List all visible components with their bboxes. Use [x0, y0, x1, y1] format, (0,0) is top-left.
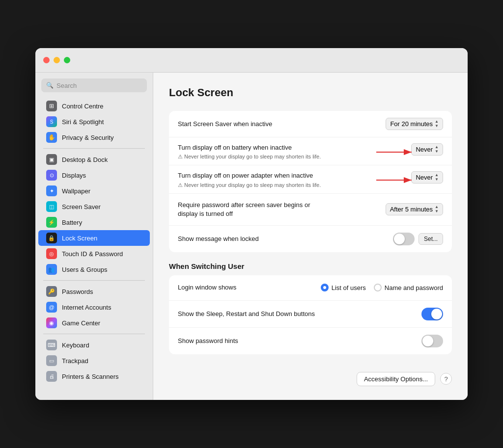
- sleep-control: [421, 308, 443, 320]
- sidebar-label-siri: Siri & Spotlight: [62, 118, 104, 126]
- sidebar-item-printers[interactable]: 🖨 Printers & Scanners: [38, 369, 150, 384]
- stepper-arrows-power: ▲▼: [435, 173, 439, 182]
- show-message-toggle[interactable]: [393, 233, 415, 245]
- sidebar-group-1: ⊞ Control Centre S Siri & Spotlight ✋ Pr…: [35, 98, 153, 145]
- search-icon: 🔍: [46, 82, 54, 89]
- password-label-line2: display is turned off: [178, 210, 386, 218]
- battery-red-arrow: [376, 146, 416, 158]
- content-area: 🔍 Search ⊞ Control Centre S Siri & Spotl…: [35, 73, 468, 400]
- maximize-button[interactable]: [64, 57, 70, 63]
- wallpaper-icon: ✦: [46, 185, 57, 196]
- minimize-button[interactable]: [54, 57, 60, 63]
- battery-control: Never ▲▼: [411, 143, 443, 156]
- password-row: Require password after screen saver begi…: [169, 194, 452, 226]
- passwords-icon: 🔑: [46, 286, 57, 297]
- radio-btn-name[interactable]: [374, 284, 382, 291]
- privacy-icon: ✋: [46, 132, 57, 143]
- battery-display-row: Turn display off on battery when inactiv…: [169, 137, 452, 165]
- accessibility-options-button[interactable]: Accessibility Options...: [357, 372, 435, 386]
- sidebar-item-desktop-dock[interactable]: ▣ Desktop & Dock: [38, 152, 150, 167]
- sidebar-item-control-centre[interactable]: ⊞ Control Centre: [38, 98, 150, 114]
- sidebar-item-screen-saver[interactable]: ◫ Screen Saver: [38, 199, 150, 214]
- sidebar-item-internet-accounts[interactable]: @ Internet Accounts: [38, 299, 150, 315]
- sidebar-label-screen-saver: Screen Saver: [62, 203, 101, 211]
- close-button[interactable]: [43, 57, 50, 63]
- sidebar-item-users-groups[interactable]: 👥 Users & Groups: [38, 262, 150, 277]
- printers-icon: 🖨: [46, 371, 57, 382]
- sidebar-label-desktop: Desktop & Dock: [62, 156, 108, 163]
- password-label-group: Require password after screen saver begi…: [178, 201, 386, 218]
- keyboard-icon: ⌨: [46, 340, 57, 350]
- sidebar-item-game-center[interactable]: ◉ Game Center: [38, 315, 150, 331]
- power-red-arrow: [376, 174, 416, 186]
- password-stepper[interactable]: After 5 minutes ▲▼: [386, 203, 443, 215]
- stepper-arrows-password: ▲▼: [435, 205, 439, 213]
- sidebar-item-displays[interactable]: ⊙ Displays: [38, 167, 150, 183]
- password-hints-toggle[interactable]: [421, 335, 443, 347]
- control-centre-icon: ⊞: [46, 101, 57, 111]
- radio-list-of-users[interactable]: List of users: [321, 284, 366, 291]
- sidebar-group-4: ⌨ Keyboard ▭ Trackpad 🖨 Printers & Scann…: [35, 337, 153, 384]
- sidebar-label-wallpaper: Wallpaper: [62, 187, 90, 195]
- sidebar-item-privacy-security[interactable]: ✋ Privacy & Security: [38, 130, 150, 145]
- set-button[interactable]: Set...: [419, 233, 443, 245]
- power-control: Never ▲▼: [411, 171, 443, 184]
- sidebar-label-game-center: Game Center: [62, 319, 100, 327]
- sidebar-item-siri-spotlight[interactable]: S Siri & Spotlight: [38, 114, 150, 130]
- internet-accounts-icon: @: [46, 302, 57, 313]
- sidebar-item-passwords[interactable]: 🔑 Passwords: [38, 284, 150, 299]
- show-message-row: Show message when locked Set...: [169, 226, 452, 252]
- sidebar-label-privacy: Privacy & Security: [62, 134, 113, 141]
- sidebar-label-keyboard: Keyboard: [62, 342, 89, 349]
- radio-btn-list[interactable]: [321, 284, 329, 291]
- main-panel: Lock Screen Start Screen Saver when inac…: [153, 73, 468, 400]
- password-value: After 5 minutes: [390, 206, 433, 213]
- sidebar-label-internet: Internet Accounts: [62, 304, 111, 311]
- search-bar[interactable]: 🔍 Search: [41, 79, 147, 92]
- login-window-row: Login window shows List of users Name an…: [169, 275, 452, 301]
- radio-name-password[interactable]: Name and password: [374, 284, 443, 291]
- sleep-toggle[interactable]: [421, 308, 443, 320]
- sidebar-item-trackpad[interactable]: ▭ Trackpad: [38, 353, 150, 369]
- sidebar-label-battery: Battery: [62, 219, 82, 226]
- sidebar-label-control-centre: Control Centre: [62, 103, 104, 110]
- battery-stepper[interactable]: Never ▲▼: [411, 143, 443, 156]
- sidebar-item-keyboard[interactable]: ⌨ Keyboard: [38, 337, 150, 353]
- sidebar-item-wallpaper[interactable]: ✦ Wallpaper: [38, 183, 150, 199]
- sidebar-item-battery[interactable]: ⚡ Battery: [38, 214, 150, 230]
- screen-saver-label: Start Screen Saver when inactive: [178, 120, 386, 129]
- sidebar-group-3: 🔑 Passwords @ Internet Accounts ◉ Game C…: [35, 284, 153, 331]
- users-groups-icon: 👥: [46, 264, 57, 275]
- divider-1: [43, 148, 145, 149]
- desktop-icon: ▣: [46, 154, 57, 165]
- password-hints-row: Show password hints: [169, 328, 452, 354]
- sidebar-label-trackpad: Trackpad: [62, 357, 88, 365]
- divider-3: [43, 334, 145, 334]
- trackpad-icon: ▭: [46, 355, 57, 366]
- radio-label-list: List of users: [332, 284, 366, 291]
- help-button[interactable]: ?: [440, 373, 452, 385]
- search-placeholder: Search: [56, 82, 77, 89]
- sidebar-item-touch-id[interactable]: ◎ Touch ID & Password: [38, 246, 150, 262]
- titlebar: [35, 48, 468, 73]
- sidebar-label-lock-screen: Lock Screen: [62, 235, 97, 242]
- sidebar-label-touch-id: Touch ID & Password: [62, 250, 123, 258]
- lock-screen-icon: 🔒: [46, 233, 57, 243]
- sidebar: 🔍 Search ⊞ Control Centre S Siri & Spotl…: [35, 73, 153, 400]
- power-stepper[interactable]: Never ▲▼: [411, 171, 443, 184]
- password-control: After 5 minutes ▲▼: [386, 203, 443, 215]
- siri-icon: S: [46, 116, 57, 127]
- battery-icon: ⚡: [46, 217, 57, 228]
- when-switching-heading: When Switching User: [169, 262, 452, 270]
- sleep-label: Show the Sleep, Restart and Shut Down bu…: [178, 310, 421, 318]
- page-title: Lock Screen: [169, 86, 452, 99]
- screen-saver-stepper[interactable]: For 20 minutes ▲▼: [386, 118, 443, 130]
- sidebar-item-lock-screen[interactable]: 🔒 Lock Screen: [38, 230, 150, 246]
- sidebar-label-passwords: Passwords: [62, 288, 93, 295]
- stepper-arrows-battery: ▲▼: [435, 145, 439, 154]
- battery-value: Never: [416, 146, 433, 153]
- divider-2: [43, 280, 145, 281]
- top-settings-card: Start Screen Saver when inactive For 20 …: [169, 111, 452, 252]
- password-hints-control: [421, 335, 443, 347]
- sidebar-label-displays: Displays: [62, 172, 86, 179]
